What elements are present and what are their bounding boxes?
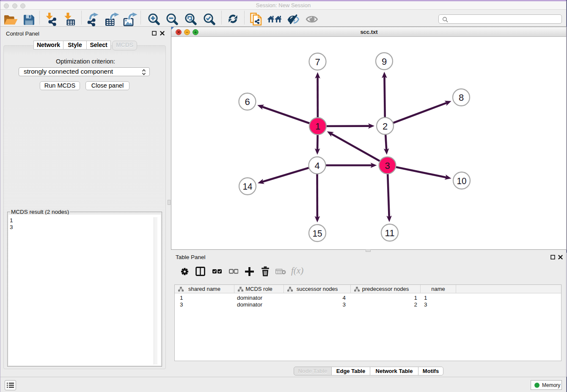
svg-text:7: 7 [315, 57, 320, 67]
svg-text:1: 1 [315, 121, 320, 132]
svg-text:3: 3 [385, 160, 390, 171]
svg-text:8: 8 [459, 92, 464, 103]
svg-text:10: 10 [457, 176, 467, 186]
svg-text:6: 6 [245, 97, 250, 107]
svg-text:11: 11 [385, 228, 395, 238]
svg-text:9: 9 [382, 56, 387, 67]
svg-text:15: 15 [313, 228, 322, 239]
svg-text:2: 2 [383, 121, 388, 132]
svg-text:4: 4 [314, 160, 319, 171]
svg-text:14: 14 [243, 181, 253, 192]
